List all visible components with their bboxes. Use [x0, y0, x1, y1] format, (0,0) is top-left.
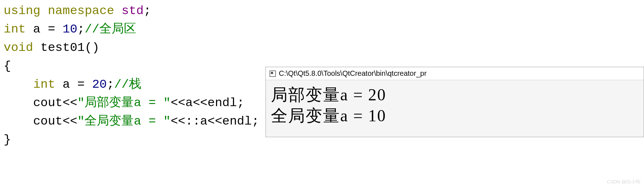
code-editor: using namespace std; int a = 10;//全局区 vo… [0, 0, 264, 187]
indent [4, 114, 33, 128]
text: cout<< [33, 96, 77, 110]
keyword: using [4, 4, 40, 18]
code-line: { [4, 59, 11, 73]
string: "全局变量a = " [77, 114, 170, 128]
text: a = [26, 22, 62, 36]
string: "局部变量a = " [77, 96, 170, 110]
window-title: C:\Qt\Qt5.8.0\Tools\QtCreator\bin\qtcrea… [279, 69, 427, 78]
text: test01() [33, 41, 100, 55]
number: 10 [62, 22, 77, 36]
type: int [33, 78, 55, 91]
text: <<::a<<endl; [170, 114, 259, 128]
console-window: C:\Qt\Qt5.8.0\Tools\QtCreator\bin\qtcrea… [265, 67, 644, 137]
watermark: CSDN @白小筠 [607, 179, 640, 185]
indent [4, 78, 33, 91]
punct: ; [144, 4, 151, 18]
code-line: int a = 20;//栈 [4, 78, 141, 91]
type: int [4, 22, 26, 36]
output-line: 全局变量a = 10 [271, 105, 639, 126]
text: cout<< [33, 114, 77, 128]
number: 20 [92, 78, 107, 91]
comment: //全局区 [85, 22, 136, 36]
punct: ; [77, 22, 85, 36]
title-bar: C:\Qt\Qt5.8.0\Tools\QtCreator\bin\qtcrea… [266, 67, 644, 80]
code-line: int a = 10;//全局区 [4, 22, 136, 36]
keyword: namespace [48, 4, 114, 18]
code-line: cout<<"局部变量a = "<<a<<endl; [4, 96, 245, 110]
text: a = [55, 78, 92, 91]
app-icon [269, 70, 276, 77]
type: void [4, 41, 33, 55]
text: <<a<<endl; [170, 96, 244, 110]
identifier: std [121, 4, 143, 18]
comment: //栈 [114, 78, 141, 91]
code-line: cout<<"全局变量a = "<<::a<<endl; [4, 114, 259, 128]
code-line: void test01() [4, 41, 99, 55]
indent [4, 96, 33, 110]
code-line: using namespace std; [4, 4, 151, 18]
punct: ; [107, 78, 114, 91]
console-output: 局部变量a = 20 全局变量a = 10 [266, 80, 644, 137]
code-line: } [4, 133, 11, 147]
output-line: 局部变量a = 20 [271, 84, 639, 105]
